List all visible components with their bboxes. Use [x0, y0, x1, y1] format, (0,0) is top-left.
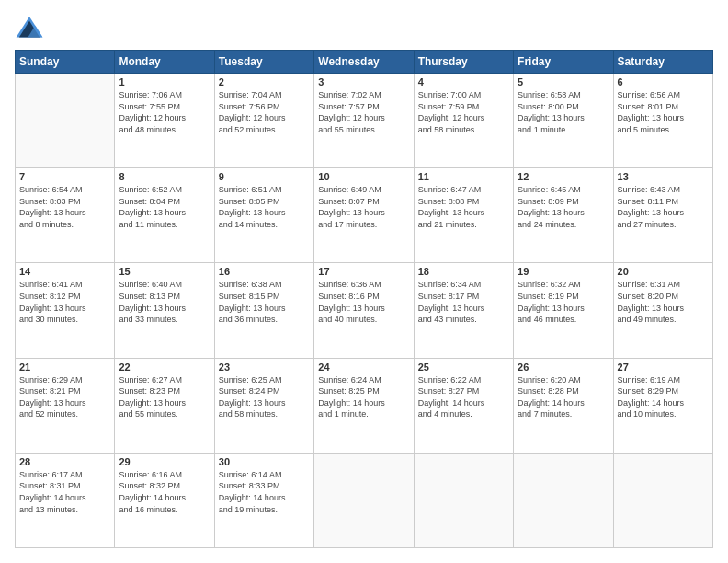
day-cell: 5Sunrise: 6:58 AM Sunset: 8:00 PM Daylig… — [514, 74, 613, 168]
day-cell: 21Sunrise: 6:29 AM Sunset: 8:21 PM Dayli… — [16, 358, 115, 453]
day-cell: 9Sunrise: 6:51 AM Sunset: 8:05 PM Daylig… — [214, 168, 313, 263]
day-cell: 8Sunrise: 6:52 AM Sunset: 8:04 PM Daylig… — [115, 168, 214, 263]
day-info: Sunrise: 6:16 AM Sunset: 8:32 PM Dayligh… — [119, 469, 210, 515]
day-number: 15 — [119, 266, 210, 277]
day-number: 13 — [618, 171, 709, 182]
day-number: 11 — [418, 171, 509, 182]
logo — [15, 15, 46, 40]
page: SundayMondayTuesdayWednesdayThursdayFrid… — [0, 0, 728, 563]
day-info: Sunrise: 6:31 AM Sunset: 8:20 PM Dayligh… — [618, 279, 709, 325]
day-cell: 3Sunrise: 7:02 AM Sunset: 7:57 PM Daylig… — [314, 74, 414, 168]
day-cell: 7Sunrise: 6:54 AM Sunset: 8:03 PM Daylig… — [16, 168, 115, 263]
day-number: 2 — [219, 76, 310, 87]
week-row-3: 21Sunrise: 6:29 AM Sunset: 8:21 PM Dayli… — [16, 358, 713, 453]
day-info: Sunrise: 6:14 AM Sunset: 8:33 PM Dayligh… — [219, 469, 310, 515]
day-number: 4 — [418, 76, 509, 87]
day-info: Sunrise: 7:00 AM Sunset: 7:59 PM Dayligh… — [418, 89, 509, 135]
day-cell: 2Sunrise: 7:04 AM Sunset: 7:56 PM Daylig… — [214, 74, 313, 168]
day-number: 24 — [318, 362, 409, 373]
day-number: 26 — [518, 362, 609, 373]
day-cell: 22Sunrise: 6:27 AM Sunset: 8:23 PM Dayli… — [115, 358, 214, 453]
day-cell: 30Sunrise: 6:14 AM Sunset: 8:33 PM Dayli… — [214, 453, 313, 547]
day-number: 19 — [518, 266, 609, 277]
day-number: 22 — [119, 362, 210, 373]
day-number: 8 — [119, 171, 210, 182]
day-info: Sunrise: 6:22 AM Sunset: 8:27 PM Dayligh… — [418, 374, 509, 420]
day-number: 16 — [219, 266, 310, 277]
day-number: 6 — [618, 76, 709, 87]
day-cell: 23Sunrise: 6:25 AM Sunset: 8:24 PM Dayli… — [214, 358, 313, 453]
day-cell: 29Sunrise: 6:16 AM Sunset: 8:32 PM Dayli… — [115, 453, 214, 547]
day-cell — [514, 453, 613, 547]
day-info: Sunrise: 6:52 AM Sunset: 8:04 PM Dayligh… — [119, 184, 210, 230]
day-cell: 14Sunrise: 6:41 AM Sunset: 8:12 PM Dayli… — [16, 263, 115, 358]
weekday-header-saturday: Saturday — [613, 51, 712, 74]
day-cell: 1Sunrise: 7:06 AM Sunset: 7:55 PM Daylig… — [115, 74, 214, 168]
day-info: Sunrise: 7:06 AM Sunset: 7:55 PM Dayligh… — [119, 89, 210, 135]
day-info: Sunrise: 6:25 AM Sunset: 8:24 PM Dayligh… — [219, 374, 310, 420]
day-info: Sunrise: 6:27 AM Sunset: 8:23 PM Dayligh… — [119, 374, 210, 420]
day-info: Sunrise: 6:36 AM Sunset: 8:16 PM Dayligh… — [318, 279, 409, 325]
day-info: Sunrise: 6:38 AM Sunset: 8:15 PM Dayligh… — [219, 279, 310, 325]
day-info: Sunrise: 6:41 AM Sunset: 8:12 PM Dayligh… — [19, 279, 110, 325]
day-info: Sunrise: 6:47 AM Sunset: 8:08 PM Dayligh… — [418, 184, 509, 230]
calendar: SundayMondayTuesdayWednesdayThursdayFrid… — [15, 50, 713, 548]
day-number: 23 — [219, 362, 310, 373]
day-cell: 10Sunrise: 6:49 AM Sunset: 8:07 PM Dayli… — [314, 168, 414, 263]
day-info: Sunrise: 6:54 AM Sunset: 8:03 PM Dayligh… — [19, 184, 110, 230]
day-number: 7 — [19, 171, 110, 182]
day-cell: 16Sunrise: 6:38 AM Sunset: 8:15 PM Dayli… — [214, 263, 313, 358]
day-info: Sunrise: 6:29 AM Sunset: 8:21 PM Dayligh… — [19, 374, 110, 420]
day-info: Sunrise: 6:43 AM Sunset: 8:11 PM Dayligh… — [618, 184, 709, 230]
weekday-header-monday: Monday — [115, 51, 214, 74]
day-cell: 4Sunrise: 7:00 AM Sunset: 7:59 PM Daylig… — [414, 74, 513, 168]
weekday-header-thursday: Thursday — [414, 51, 513, 74]
week-row-2: 14Sunrise: 6:41 AM Sunset: 8:12 PM Dayli… — [16, 263, 713, 358]
day-number: 21 — [19, 362, 110, 373]
day-info: Sunrise: 6:40 AM Sunset: 8:13 PM Dayligh… — [119, 279, 210, 325]
day-info: Sunrise: 6:56 AM Sunset: 8:01 PM Dayligh… — [618, 89, 709, 135]
day-cell: 28Sunrise: 6:17 AM Sunset: 8:31 PM Dayli… — [16, 453, 115, 547]
day-number: 17 — [318, 266, 409, 277]
day-number: 5 — [518, 76, 609, 87]
weekday-header-friday: Friday — [514, 51, 613, 74]
day-info: Sunrise: 6:51 AM Sunset: 8:05 PM Dayligh… — [219, 184, 310, 230]
day-number: 27 — [618, 362, 709, 373]
day-number: 30 — [219, 456, 310, 467]
day-cell: 15Sunrise: 6:40 AM Sunset: 8:13 PM Dayli… — [115, 263, 214, 358]
weekday-header-sunday: Sunday — [16, 51, 115, 74]
day-cell: 12Sunrise: 6:45 AM Sunset: 8:09 PM Dayli… — [514, 168, 613, 263]
weekday-header-tuesday: Tuesday — [214, 51, 313, 74]
day-info: Sunrise: 6:20 AM Sunset: 8:28 PM Dayligh… — [518, 374, 609, 420]
day-cell: 11Sunrise: 6:47 AM Sunset: 8:08 PM Dayli… — [414, 168, 513, 263]
day-cell: 20Sunrise: 6:31 AM Sunset: 8:20 PM Dayli… — [613, 263, 712, 358]
day-cell: 19Sunrise: 6:32 AM Sunset: 8:19 PM Dayli… — [514, 263, 613, 358]
day-info: Sunrise: 6:32 AM Sunset: 8:19 PM Dayligh… — [518, 279, 609, 325]
day-cell: 25Sunrise: 6:22 AM Sunset: 8:27 PM Dayli… — [414, 358, 513, 453]
day-info: Sunrise: 6:45 AM Sunset: 8:09 PM Dayligh… — [518, 184, 609, 230]
day-cell: 26Sunrise: 6:20 AM Sunset: 8:28 PM Dayli… — [514, 358, 613, 453]
day-cell: 18Sunrise: 6:34 AM Sunset: 8:17 PM Dayli… — [414, 263, 513, 358]
day-cell — [16, 74, 115, 168]
day-number: 12 — [518, 171, 609, 182]
weekday-header-row: SundayMondayTuesdayWednesdayThursdayFrid… — [16, 51, 713, 74]
day-info: Sunrise: 6:17 AM Sunset: 8:31 PM Dayligh… — [19, 469, 110, 515]
day-info: Sunrise: 6:24 AM Sunset: 8:25 PM Dayligh… — [318, 374, 409, 420]
day-info: Sunrise: 6:19 AM Sunset: 8:29 PM Dayligh… — [618, 374, 709, 420]
header — [15, 15, 713, 40]
day-number: 29 — [119, 456, 210, 467]
day-number: 1 — [119, 76, 210, 87]
day-info: Sunrise: 7:04 AM Sunset: 7:56 PM Dayligh… — [219, 89, 310, 135]
day-number: 10 — [318, 171, 409, 182]
day-cell: 17Sunrise: 6:36 AM Sunset: 8:16 PM Dayli… — [314, 263, 414, 358]
day-cell: 27Sunrise: 6:19 AM Sunset: 8:29 PM Dayli… — [613, 358, 712, 453]
day-number: 20 — [618, 266, 709, 277]
day-number: 14 — [19, 266, 110, 277]
day-info: Sunrise: 7:02 AM Sunset: 7:57 PM Dayligh… — [318, 89, 409, 135]
day-number: 9 — [219, 171, 310, 182]
day-info: Sunrise: 6:34 AM Sunset: 8:17 PM Dayligh… — [418, 279, 509, 325]
day-cell — [314, 453, 414, 547]
day-number: 25 — [418, 362, 509, 373]
day-cell — [414, 453, 513, 547]
day-number: 3 — [318, 76, 409, 87]
